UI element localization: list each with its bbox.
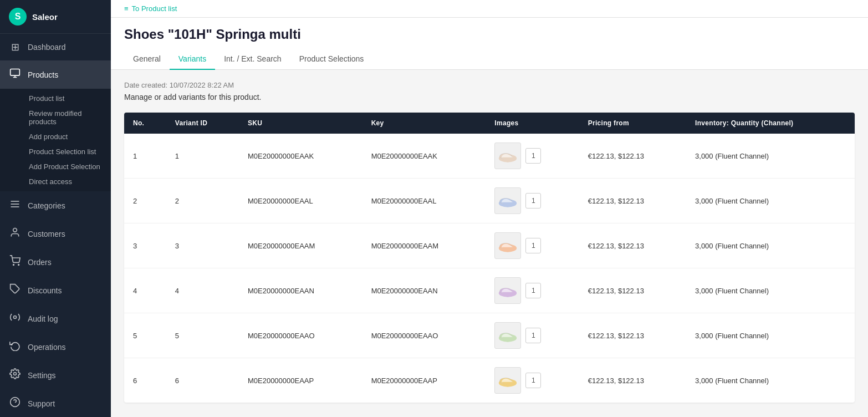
sidebar-item-settings[interactable]: Settings: [0, 361, 111, 389]
sidebar-item-orders[interactable]: Orders: [0, 248, 111, 276]
sidebar-nav: ⊞ Dashboard Products Product list Review…: [0, 34, 111, 417]
table-row[interactable]: 6 6 M0E20000000EAAP M0E20000000EAAP 1 €1…: [124, 358, 855, 403]
cell-pricing: €122.13, $122.13: [579, 134, 686, 179]
cell-sku: M0E20000000EAAM: [239, 223, 362, 268]
col-inventory: Inventory: Quantity (Channel): [686, 113, 855, 134]
sidebar: S Saleor ⊞ Dashboard Products Product li…: [0, 0, 111, 417]
cell-sku: M0E20000000EAAN: [239, 268, 362, 313]
table-row[interactable]: 2 2 M0E20000000EAAL M0E20000000EAAL 1 €1…: [124, 179, 855, 223]
sidebar-item-discounts[interactable]: Discounts: [0, 276, 111, 304]
logo-icon: S: [9, 8, 27, 26]
sidebar-subitem-add-product[interactable]: Add product: [0, 129, 111, 144]
cell-variant-id: 1: [166, 134, 239, 179]
cell-images: 1: [486, 223, 579, 268]
sidebar-item-label: Products: [28, 70, 58, 79]
support-icon: [9, 396, 21, 410]
image-count: 1: [525, 238, 541, 253]
product-thumbnail: [494, 322, 521, 349]
sidebar-item-label: Audit log: [28, 314, 58, 323]
product-thumbnail: [494, 143, 521, 169]
cell-images: 1: [486, 358, 579, 403]
sidebar-subitem-add-product-selection[interactable]: Add Product Selection: [0, 159, 111, 174]
tab-product-selections[interactable]: Product Selections: [290, 49, 373, 70]
sidebar-item-label: Categories: [28, 201, 65, 210]
operations-icon: [9, 340, 21, 354]
cell-key: M0E20000000EAAM: [362, 223, 486, 268]
sidebar-item-products[interactable]: Products: [0, 60, 111, 89]
sidebar-item-label: Customers: [28, 230, 65, 238]
tab-variants[interactable]: Variants: [170, 49, 215, 70]
col-pricing: Pricing from: [579, 113, 686, 134]
cell-images: 1: [486, 313, 579, 358]
svg-point-9: [14, 373, 17, 375]
sidebar-item-label: Operations: [28, 343, 65, 352]
cell-images: 1: [486, 268, 579, 313]
product-thumbnail: [494, 232, 521, 259]
variants-table: No. Variant ID SKU Key Images Pricing fr…: [124, 113, 855, 403]
cell-pricing: €122.13, $122.13: [579, 358, 686, 403]
cell-key: M0E20000000EAAL: [362, 179, 486, 223]
audit-log-icon: [9, 312, 21, 326]
sidebar-item-customers[interactable]: Customers: [0, 220, 111, 248]
cell-no: 1: [124, 134, 166, 179]
sidebar-item-dashboard[interactable]: ⊞ Dashboard: [0, 34, 111, 60]
main-content: ≡ To Product list Shoes "101H" Springa m…: [111, 0, 868, 417]
table-row[interactable]: 4 4 M0E20000000EAAN M0E20000000EAAN 1 €1…: [124, 268, 855, 313]
meta-created: Date created: 10/07/2022 8:22 AM: [124, 81, 855, 89]
sidebar-subitem-review-modified[interactable]: Review modified products: [0, 106, 111, 129]
logo-text: Saleor: [32, 12, 58, 22]
table-row[interactable]: 3 3 M0E20000000EAAM M0E20000000EAAM 1 €1…: [124, 223, 855, 268]
breadcrumb: ≡ To Product list: [111, 0, 868, 18]
sidebar-item-support[interactable]: Support: [0, 389, 111, 417]
cell-inventory: 3,000 (Fluent Channel): [686, 358, 855, 403]
breadcrumb-link[interactable]: To Product list: [132, 4, 177, 13]
sidebar-subitem-direct-access[interactable]: Direct access: [0, 174, 111, 189]
table-row[interactable]: 5 5 M0E20000000EAAO M0E20000000EAAO 1 €1…: [124, 313, 855, 358]
col-key: Key: [362, 113, 486, 134]
cell-variant-id: 2: [166, 179, 239, 223]
sidebar-item-operations[interactable]: Operations: [0, 333, 111, 361]
table-row[interactable]: 1 1 M0E20000000EAAK M0E20000000EAAK 1 €1…: [124, 134, 855, 179]
sidebar-item-audit-log[interactable]: Audit log: [0, 304, 111, 333]
dashboard-icon: ⊞: [9, 41, 21, 53]
cell-variant-id: 6: [166, 358, 239, 403]
cell-pricing: €122.13, $122.13: [579, 268, 686, 313]
svg-point-5: [13, 265, 14, 266]
sidebar-item-label: Support: [28, 399, 55, 408]
sidebar-item-label: Orders: [28, 258, 52, 267]
sidebar-subitem-product-list[interactable]: Product list: [0, 91, 111, 106]
tabs-bar: General Variants Int. / Ext. Search Prod…: [124, 49, 855, 69]
cell-key: M0E20000000EAAO: [362, 313, 486, 358]
cell-no: 4: [124, 268, 166, 313]
cell-no: 3: [124, 223, 166, 268]
cell-pricing: €122.13, $122.13: [579, 313, 686, 358]
variants-table-wrapper: No. Variant ID SKU Key Images Pricing fr…: [124, 113, 855, 403]
cell-variant-id: 3: [166, 223, 239, 268]
cell-images: 1: [486, 179, 579, 223]
product-thumbnail: [494, 367, 521, 394]
cell-inventory: 3,000 (Fluent Channel): [686, 268, 855, 313]
sidebar-item-label: Discounts: [28, 286, 62, 295]
cell-sku: M0E20000000EAAL: [239, 179, 362, 223]
cell-images: 1: [486, 134, 579, 179]
col-no: No.: [124, 113, 166, 134]
cell-inventory: 3,000 (Fluent Channel): [686, 313, 855, 358]
cell-sku: M0E20000000EAAP: [239, 358, 362, 403]
product-thumbnail: [494, 187, 521, 214]
cell-key: M0E20000000EAAK: [362, 134, 486, 179]
products-icon: [9, 68, 21, 82]
sidebar-subitem-product-selection-list[interactable]: Product Selection list: [0, 144, 111, 159]
cell-pricing: €122.13, $122.13: [579, 223, 686, 268]
col-variant-id: Variant ID: [166, 113, 239, 134]
cell-no: 5: [124, 313, 166, 358]
tab-general[interactable]: General: [124, 49, 170, 70]
sidebar-item-categories[interactable]: Categories: [0, 191, 111, 220]
col-images: Images: [486, 113, 579, 134]
image-count: 1: [525, 193, 541, 208]
tab-int-ext-search[interactable]: Int. / Ext. Search: [215, 49, 290, 70]
svg-point-8: [14, 316, 17, 319]
cell-variant-id: 5: [166, 313, 239, 358]
cell-key: M0E20000000EAAN: [362, 268, 486, 313]
cell-sku: M0E20000000EAAO: [239, 313, 362, 358]
products-sub-menu: Product list Review modified products Ad…: [0, 89, 111, 191]
